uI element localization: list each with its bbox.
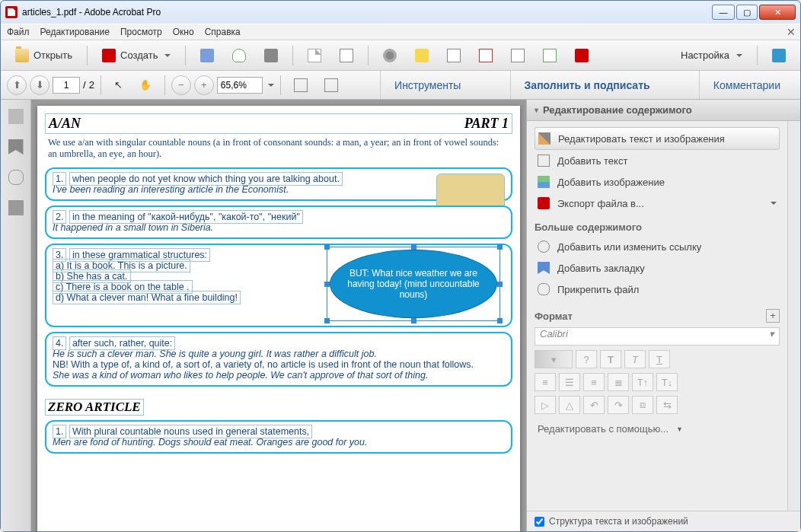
menu-edit[interactable]: Редактирование xyxy=(40,27,110,37)
signatures-icon[interactable] xyxy=(8,200,24,215)
heading-aan: A/AN xyxy=(49,116,81,132)
image-icon xyxy=(538,176,550,188)
minimize-button[interactable]: — xyxy=(712,5,735,20)
color-picker[interactable]: ▾ xyxy=(535,350,573,368)
close-doc-icon[interactable]: ✕ xyxy=(787,26,796,38)
print-button[interactable] xyxy=(257,45,285,66)
add-format-button[interactable]: + xyxy=(766,309,780,323)
titlebar[interactable]: articles_1.pdf - Adobe Acrobat Pro — ▢ ✕ xyxy=(1,1,800,24)
create-button[interactable]: Создать xyxy=(95,45,177,66)
align-justify[interactable]: ≣ xyxy=(608,373,629,391)
panel-scrollbar[interactable] xyxy=(787,121,800,511)
bookmark-icon[interactable] xyxy=(8,139,24,155)
add-text[interactable]: Добавить текст xyxy=(535,150,780,171)
window-title: articles_1.pdf - Adobe Acrobat Pro xyxy=(22,7,712,18)
add-bookmark[interactable]: Добавить закладку xyxy=(535,257,780,279)
menu-help[interactable]: Справка xyxy=(205,27,241,37)
rotate-cw[interactable]: ↷ xyxy=(608,396,629,414)
attach-file[interactable]: Прикрепить файл xyxy=(535,279,780,300)
tool-1[interactable] xyxy=(376,45,404,66)
open-button[interactable]: Открыть xyxy=(8,45,79,66)
expand-icon xyxy=(772,49,786,62)
thumbnails-icon[interactable] xyxy=(8,109,24,124)
rotate-ccw[interactable]: ↶ xyxy=(583,396,605,414)
menu-view[interactable]: Просмотр xyxy=(120,27,162,37)
text-icon xyxy=(538,155,550,167)
bold-button[interactable]: T xyxy=(600,350,621,368)
create-pdf-icon xyxy=(102,49,116,62)
panel-header[interactable]: ▾ Редактирование содержимого xyxy=(527,100,800,121)
structure-checkbox[interactable]: Структура текста и изображений xyxy=(535,516,793,527)
acrobat-icon xyxy=(5,6,18,18)
font-size[interactable]: ? xyxy=(576,350,597,368)
align-center[interactable]: ☰ xyxy=(559,373,580,391)
italic-button[interactable]: T xyxy=(624,350,646,368)
align-left[interactable]: ≡ xyxy=(535,373,556,391)
attachment-icon[interactable] xyxy=(8,170,24,185)
chevron-down-icon xyxy=(736,54,742,60)
zoom-out-button[interactable]: − xyxy=(171,75,191,95)
page-sep: / xyxy=(83,79,86,91)
menubar: Файл Редактирование Просмотр Окно Справк… xyxy=(1,24,800,40)
zoom-in-button[interactable]: + xyxy=(194,75,214,95)
main-toolbar: Открыть Создать Настройка xyxy=(1,40,800,71)
save-icon xyxy=(200,49,214,62)
fit-page-button[interactable] xyxy=(287,75,314,96)
paperclip-icon xyxy=(538,283,550,295)
tool-4[interactable] xyxy=(472,45,499,66)
edit-text-images[interactable]: Редактировать текст и изображения xyxy=(535,127,780,150)
prev-page-button[interactable]: ⬆ xyxy=(7,75,27,95)
next-page-button[interactable]: ⬇ xyxy=(30,75,49,95)
nav-toolbar: ⬆ ⬇ / 2 ↖ ✋ − + Инструменты Заполнить и … xyxy=(1,71,800,100)
pdf-page[interactable]: A/AN PART 1 We use a/an with singular co… xyxy=(37,106,520,531)
page-total: 2 xyxy=(89,79,94,91)
callout-ellipse[interactable]: BUT: What nice weather we are having tod… xyxy=(330,250,497,318)
underline-button[interactable]: T xyxy=(649,350,670,368)
text-edit-icon xyxy=(447,49,461,62)
fullscreen-button[interactable] xyxy=(765,45,793,66)
crop-button[interactable]: ⧈ xyxy=(632,396,653,414)
email-button[interactable] xyxy=(333,45,360,66)
sign-icon xyxy=(543,49,557,62)
menu-window[interactable]: Окно xyxy=(173,27,194,37)
subscript[interactable]: T↓ xyxy=(656,373,678,391)
stamp-icon xyxy=(511,49,525,62)
select-tool[interactable]: ↖ xyxy=(107,75,129,96)
rule-box-4: 4. after such, rather, quite: He is such… xyxy=(45,332,512,387)
tool-5[interactable] xyxy=(504,45,531,66)
align-right[interactable]: ≡ xyxy=(583,373,605,391)
menu-file[interactable]: Файл xyxy=(7,27,30,37)
print-icon xyxy=(264,49,278,62)
add-image[interactable]: Добавить изображение xyxy=(535,171,780,193)
heading-zero: ZERO ARTICLE xyxy=(45,399,144,416)
zoom-select[interactable] xyxy=(217,77,263,94)
chevron-down-icon[interactable] xyxy=(268,84,274,90)
customize-button[interactable]: Настройка xyxy=(674,45,749,66)
tool-3[interactable] xyxy=(440,45,468,66)
add-link[interactable]: Добавить или изменить ссылку xyxy=(535,236,780,257)
hand-tool[interactable]: ✋ xyxy=(132,75,158,96)
page-input[interactable] xyxy=(53,77,80,94)
export-file[interactable]: Экспорт файла в... xyxy=(535,193,780,214)
tab-comments[interactable]: Комментарии xyxy=(699,71,794,99)
cloud-button[interactable] xyxy=(225,45,253,66)
tab-fillsign[interactable]: Заполнить и подписать xyxy=(510,71,664,99)
tool-6[interactable] xyxy=(536,45,563,66)
tool-2[interactable] xyxy=(408,45,436,66)
export-icon xyxy=(538,197,550,209)
fit-width-button[interactable] xyxy=(318,75,345,96)
close-button[interactable]: ✕ xyxy=(759,5,796,20)
superscript[interactable]: T↑ xyxy=(632,373,653,391)
tool-7[interactable] xyxy=(568,45,595,66)
maximize-button[interactable]: ▢ xyxy=(736,5,758,20)
font-select[interactable]: Calibri ▾ xyxy=(535,327,780,346)
mail-icon xyxy=(340,49,353,62)
replace-button[interactable]: ⇆ xyxy=(656,396,678,414)
document-viewport[interactable]: A/AN PART 1 We use a/an with singular co… xyxy=(31,100,526,531)
share-button[interactable] xyxy=(301,45,328,66)
tab-tools[interactable]: Инструменты xyxy=(380,71,474,99)
flip-h[interactable]: △ xyxy=(559,396,580,414)
flip-v[interactable]: ▷ xyxy=(535,396,556,414)
edit-with[interactable]: Редактировать с помощью... ▼ xyxy=(535,419,780,439)
save-button[interactable] xyxy=(193,45,221,66)
